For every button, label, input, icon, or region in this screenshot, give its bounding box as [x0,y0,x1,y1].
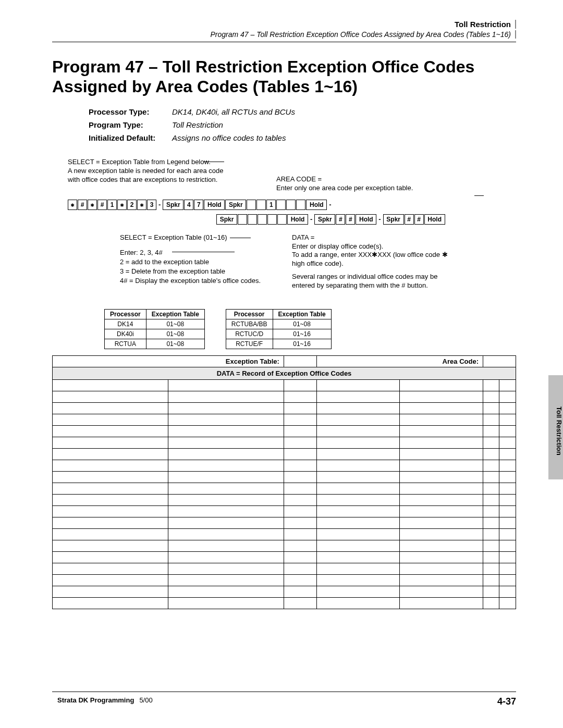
td: 01~16 [273,329,331,339]
table-cell [53,563,168,574]
table-row [53,528,516,540]
th-processor: Processor [105,309,146,319]
table-cell [483,574,499,586]
table-cell [168,517,284,528]
table-cell [499,379,516,391]
table-cell [400,528,483,540]
table-cell [168,471,284,483]
table-cell [284,471,316,483]
table-cell [53,391,168,402]
td: 01~16 [273,339,331,349]
leader-line [230,238,251,238]
exception-codes-table: Exception Table: Area Code: DATA = Recor… [52,355,516,609]
table-cell [316,563,400,574]
table-cell [316,574,400,586]
table-cell [316,391,400,402]
table-cell [316,460,400,471]
table-cell [483,379,499,391]
table-cell [483,437,499,448]
td: RCTUE/F [226,339,273,349]
meta-block: Processor Type:DK14, DK40i, all RCTUs an… [89,107,516,142]
table-cell [483,471,499,483]
key-hold: Hold [424,214,445,225]
header-block: Toll Restriction Program 47 – Toll Restr… [52,20,516,39]
table-cell [316,471,400,483]
table-cell [400,402,483,414]
table-cell [284,379,316,391]
table-cell [168,437,284,448]
table-cell [168,574,284,586]
table-cell [53,471,168,483]
page-title: Program 47 – Toll Restriction Exception … [52,57,516,97]
table-cell [284,483,316,494]
key-blank [276,200,286,210]
footer-date: 5/00 [139,696,152,704]
table-row [53,517,516,528]
key-blank [277,214,287,225]
range-note: To add a range, enter XXX✱XXX (low offic… [292,251,448,268]
table-cell [400,574,483,586]
data-label: DATA = [292,233,383,242]
dash: - [327,201,333,208]
table-cell [499,574,516,586]
table-cell [316,437,400,448]
table-cell [499,586,516,597]
leader-line [203,162,224,162]
key-7: 7 [194,200,203,210]
header-breadcrumb: Program 47 – Toll Restriction Exception … [52,30,516,39]
areacode-label: AREA CODE = [276,175,413,184]
td: DK40i [105,329,146,339]
table-cell [53,437,168,448]
leader-line [172,252,235,252]
table-cell [400,505,483,517]
table-cell [53,448,168,460]
table-cell [316,494,400,505]
side-tab: Toll Restriction [548,375,563,479]
data-header: DATA = Record of Exception Office Codes [53,367,516,379]
key-blank [258,214,267,225]
header-rule [52,42,516,42]
table-cell [499,551,516,563]
key-spkr: Spkr [383,214,404,225]
table-cell [284,540,316,551]
td: 01~08 [146,329,204,339]
select-note-3: SELECT = Exception Table (01~16) [120,233,227,241]
td: RCTUBA/BB [226,319,273,329]
proc-type-value: DK14, DK40i, all RCTUs and BCUs [172,107,295,116]
table-cell [400,448,483,460]
table-cell [316,551,400,563]
table-cell [316,528,400,540]
separator-note: Several ranges or individual office code… [292,273,459,290]
table-cell [483,528,499,540]
table-cell [483,448,499,460]
key-hold: Hold [204,200,225,210]
processor-tables: ProcessorException Table DK1401~08 DK40i… [104,309,516,349]
table-cell [400,551,483,563]
table-cell [284,414,316,425]
table-cell [483,563,499,574]
table-cell [483,460,499,471]
table-cell [284,597,316,609]
table-cell [168,540,284,551]
data-note: Enter or display office code(s). [292,242,383,251]
key-spkr: Spkr [225,200,246,210]
area-code-cell [483,355,516,367]
table-cell [483,483,499,494]
table-cell [168,528,284,540]
key-spkr: Spkr [314,214,335,225]
table-cell [499,471,516,483]
table-row [53,551,516,563]
key-hash: # [78,200,87,210]
table-cell [499,505,516,517]
table-cell [400,379,483,391]
init-default-value: Assigns no office codes to tables [172,133,286,142]
exception-table-label: Exception Table: [53,355,284,367]
table-cell [483,551,499,563]
table-cell [284,494,316,505]
table-cell [400,437,483,448]
table-row [53,448,516,460]
enter-header: Enter: 2, 3, 4# [120,248,261,257]
key-hash: # [405,214,414,225]
key-4: 4 [184,200,193,210]
table-cell [284,425,316,437]
